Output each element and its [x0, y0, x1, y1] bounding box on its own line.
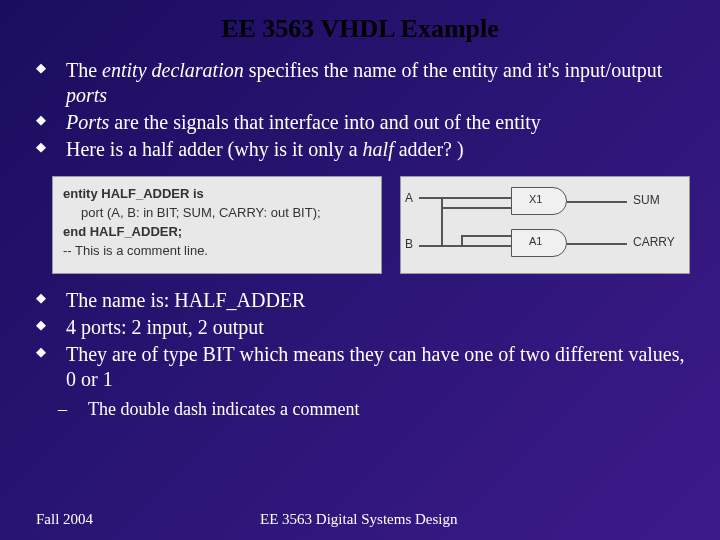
bullet-item: They are of type BIT which means they ca… [36, 342, 692, 392]
bullet-item: Here is a half adder (why is it only a h… [36, 137, 692, 162]
wire [419, 197, 511, 199]
pin-label-carry: CARRY [633, 235, 675, 249]
emphasis: ports [66, 84, 107, 106]
pin-label-sum: SUM [633, 193, 660, 207]
circuit-diagram: A B X1 A1 SUM CARRY [400, 176, 690, 274]
wire [441, 207, 511, 209]
emphasis: half [363, 138, 394, 160]
bullet-item: Ports are the signals that interface int… [36, 110, 692, 135]
pin-label-a: A [405, 191, 413, 205]
bullet-list-bottom: The name is: HALF_ADDER 4 ports: 2 input… [28, 288, 692, 392]
bullet-list-top: The entity declaration specifies the nam… [28, 58, 692, 162]
text: The [66, 59, 102, 81]
emphasis: Ports [66, 111, 109, 133]
text: Here is a half adder (why is it only a [66, 138, 363, 160]
slide-footer: Fall 2004 EE 3563 Digital Systems Design [0, 511, 720, 528]
bullet-item: The name is: HALF_ADDER [36, 288, 692, 313]
text: specifies the name of the entity and it'… [244, 59, 663, 81]
emphasis: entity declaration [102, 59, 244, 81]
code-line: -- This is a comment line. [63, 242, 371, 261]
wire [419, 245, 511, 247]
figure-row: entity HALF_ADDER is port (A, B: in BIT;… [52, 176, 692, 274]
code-line: end HALF_ADDER; [63, 223, 371, 242]
bullet-item: The entity declaration specifies the nam… [36, 58, 692, 108]
text: adder? ) [394, 138, 464, 160]
code-line: port (A, B: in BIT; SUM, CARRY: out BIT)… [63, 204, 371, 223]
code-line: entity HALF_ADDER is [63, 185, 371, 204]
wire [567, 243, 627, 245]
gate-label-x1: X1 [529, 193, 542, 205]
wire [567, 201, 627, 203]
wire [441, 197, 443, 245]
footer-course: EE 3563 Digital Systems Design [260, 511, 458, 528]
wire [461, 235, 511, 237]
gate-label-a1: A1 [529, 235, 542, 247]
vhdl-code-box: entity HALF_ADDER is port (A, B: in BIT;… [52, 176, 382, 274]
slide-content: The entity declaration specifies the nam… [0, 52, 720, 421]
bullet-item: 4 ports: 2 input, 2 output [36, 315, 692, 340]
slide-title: EE 3563 VHDL Example [0, 0, 720, 52]
sub-bullet-item: The double dash indicates a comment [40, 398, 692, 421]
footer-date: Fall 2004 [0, 511, 260, 528]
wire [461, 235, 463, 245]
text: are the signals that interface into and … [109, 111, 541, 133]
pin-label-b: B [405, 237, 413, 251]
